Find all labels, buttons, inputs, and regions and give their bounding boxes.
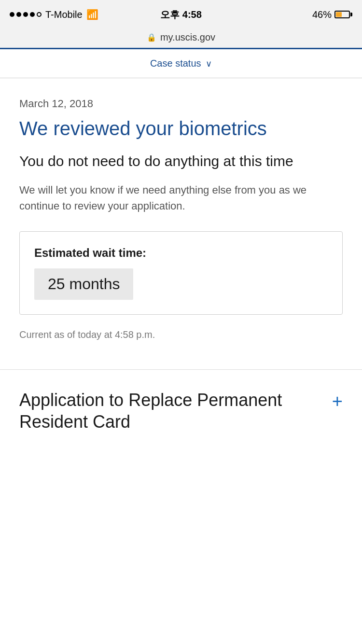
current-as-of: Current as of today at 4:58 p.m. xyxy=(19,329,343,355)
wait-time-label: Estimated wait time: xyxy=(34,246,328,260)
chevron-down-icon: ∨ xyxy=(206,59,212,69)
status-bar-time: 오후 4:58 xyxy=(160,8,202,21)
expand-icon[interactable]: + xyxy=(332,391,343,412)
signal-dot-1 xyxy=(10,12,14,17)
signal-dots xyxy=(10,12,42,17)
case-subtitle: You do not need to do anything at this t… xyxy=(19,152,343,170)
status-bar-right: 46% xyxy=(312,9,352,20)
status-bar: T-Mobile 📶 오후 4:58 46% xyxy=(0,0,362,29)
case-date: March 12, 2018 xyxy=(19,98,343,110)
battery-percent: 46% xyxy=(312,9,332,20)
main-content: March 12, 2018 We reviewed your biometri… xyxy=(0,78,362,369)
wait-time-value: 25 months xyxy=(34,268,133,300)
url-bar[interactable]: 🔒 my.uscis.gov xyxy=(0,29,362,48)
status-bar-left: T-Mobile 📶 xyxy=(10,9,98,20)
battery-icon xyxy=(334,11,352,18)
tab-case-status[interactable]: Case status ∨ xyxy=(0,48,362,78)
application-title: Application to Replace Permanent Residen… xyxy=(19,389,332,433)
case-description: We will let you know if we need anything… xyxy=(19,182,343,214)
url-text: my.uscis.gov xyxy=(160,32,215,43)
signal-dot-2 xyxy=(16,12,21,17)
lock-icon: 🔒 xyxy=(147,33,156,42)
wait-time-box: Estimated wait time: 25 months xyxy=(19,231,343,315)
signal-dot-4 xyxy=(30,12,35,17)
tab-bar: Case status ∨ xyxy=(0,48,362,78)
case-title: We reviewed your biometrics xyxy=(19,117,343,140)
wifi-icon: 📶 xyxy=(86,9,98,20)
signal-dot-5 xyxy=(37,12,42,17)
carrier-label: T-Mobile xyxy=(45,9,83,20)
signal-dot-3 xyxy=(23,12,28,17)
application-section[interactable]: Application to Replace Permanent Residen… xyxy=(0,370,362,452)
